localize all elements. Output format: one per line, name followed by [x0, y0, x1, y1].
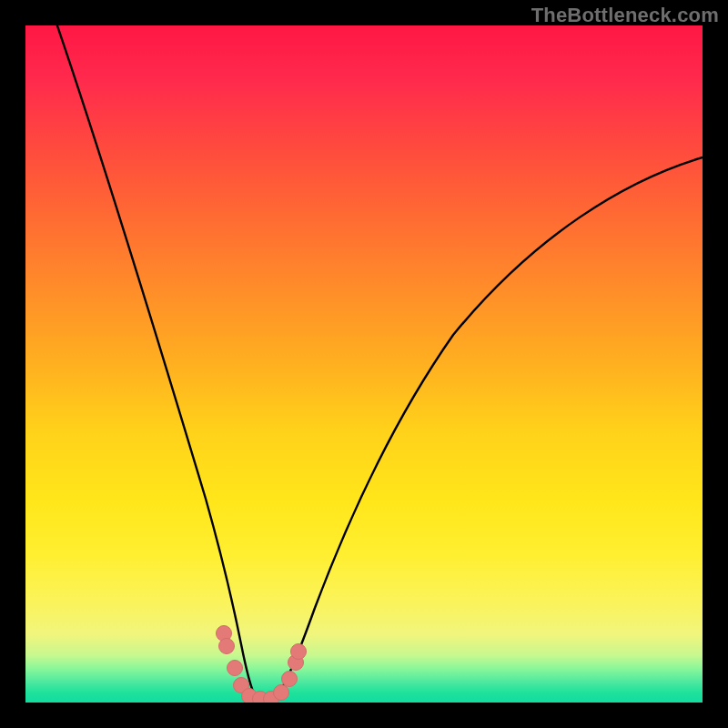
marker-dot: [219, 639, 235, 654]
curve-layer: [25, 25, 703, 703]
watermark-text: TheBottleneck.com: [531, 4, 719, 27]
plot-area: [25, 25, 703, 703]
marker-group: [217, 626, 307, 703]
marker-dot: [228, 661, 243, 676]
chart-frame: TheBottleneck.com: [0, 0, 728, 728]
v-curve-left: [51, 25, 256, 697]
marker-dot: [291, 644, 307, 660]
v-curve-right: [277, 157, 703, 697]
marker-dot: [274, 685, 289, 701]
marker-dot: [282, 672, 298, 687]
